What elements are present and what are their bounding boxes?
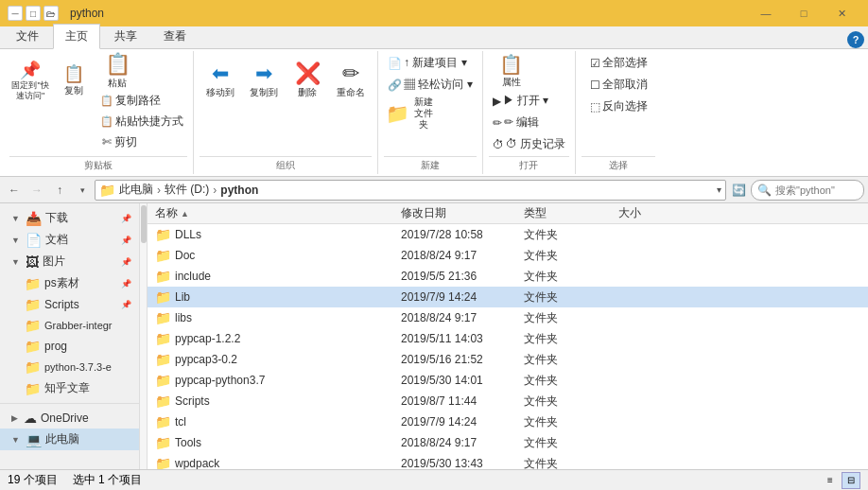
breadcrumb-3[interactable]: python	[220, 184, 258, 197]
sidebar-item-scripts[interactable]: 📁 Scripts 📌	[0, 294, 139, 315]
easy-access-button[interactable]: 🔗 ▦ 轻松访问 ▾	[384, 75, 477, 95]
file-date: 2019/5/11 14:03	[401, 332, 524, 345]
up-button[interactable]: ↑	[49, 180, 70, 201]
sidebar-item-docs[interactable]: ▼ 📄 文档 📌	[0, 229, 139, 251]
search-input[interactable]	[775, 184, 851, 196]
sidebar-label-prog: prog	[44, 340, 67, 353]
col-type[interactable]: 类型	[524, 205, 618, 221]
history-button[interactable]: ⏱ ⏱ 历史记录	[489, 134, 569, 154]
invert-select-button[interactable]: ⬚ 反向选择	[586, 96, 651, 116]
sidebar-item-this-pc[interactable]: ▼ 💻 此电脑	[0, 429, 139, 450]
props-icon: 📋	[499, 53, 523, 76]
address-bar[interactable]: 📁 此电脑 › 软件 (D:) › python ▾	[95, 180, 726, 201]
new-folder-label: 新建 文件夹	[413, 96, 433, 131]
sidebar-item-pics[interactable]: ▼ 🖼 图片 📌	[0, 251, 139, 272]
select-all-label: 全部选择	[602, 55, 648, 71]
forward-button[interactable]: →	[26, 180, 47, 201]
file-type: 文件夹	[524, 373, 618, 389]
new-item-button[interactable]: 📄 ↑ 新建项目 ▾	[384, 53, 471, 73]
history-label: ⏱ 历史记录	[506, 136, 565, 152]
recent-button[interactable]: ▾	[72, 180, 93, 201]
pin-button[interactable]: 📌 固定到"快 速访问"	[9, 53, 51, 108]
delete-button[interactable]: ❌ 删除	[286, 53, 328, 108]
file-list: 📁DLLs2019/7/28 10:58文件夹📁Doc2018/8/24 9:1…	[148, 224, 868, 469]
maximize-button[interactable]: □	[785, 0, 823, 26]
item-count: 19 个项目	[8, 472, 58, 488]
window-icon3[interactable]: 🗁	[43, 6, 59, 21]
main-area: ▼ 📥 下载 📌 ▼ 📄 文档 📌 ▼ 🖼 图片 📌 📁 ps素材 📌 📁 Sc…	[0, 203, 868, 469]
scrollbar-thumb[interactable]	[141, 205, 147, 243]
tab-share[interactable]: 共享	[102, 24, 149, 48]
col-date[interactable]: 修改日期	[401, 205, 524, 221]
list-view-button[interactable]: ≡	[821, 472, 840, 489]
zhihu-icon: 📁	[25, 381, 41, 396]
deselect-button[interactable]: ☐ 全部取消	[586, 75, 651, 95]
table-row[interactable]: 📁Tools2018/8/24 9:17文件夹	[148, 432, 868, 453]
easy-access-label: ▦ 轻松访问 ▾	[404, 77, 473, 93]
folder-icon: 📁	[155, 394, 171, 409]
title-bar-title: python	[70, 7, 104, 20]
table-row[interactable]: 📁tcl2019/7/9 14:24文件夹	[148, 411, 868, 432]
paste-button[interactable]: 📋 粘贴	[96, 53, 138, 89]
help-button[interactable]: ?	[847, 31, 864, 48]
move-button[interactable]: ⬅ 移动到	[200, 53, 241, 108]
rename-label: 重命名	[337, 86, 365, 99]
close-button[interactable]: ✕	[823, 0, 860, 26]
sidebar-item-python[interactable]: 📁 python-3.7.3-e	[0, 357, 139, 377]
open-content: 📋 属性 ▶ ▶ 打开 ▾ ✏ ✏ 编辑 ⏱ ⏱ 历史记录	[489, 53, 569, 154]
tab-file[interactable]: 文件	[4, 24, 51, 48]
window-icon2[interactable]: □	[26, 6, 41, 21]
copy-path-button[interactable]: 📋 复制路径	[96, 91, 187, 111]
back-button[interactable]: ←	[4, 180, 25, 201]
tab-home[interactable]: 主页	[53, 24, 100, 49]
window-icon[interactable]: ─	[8, 6, 23, 21]
file-type: 文件夹	[524, 289, 618, 306]
sidebar-item-onedrive[interactable]: ▶ ☁ OneDrive	[0, 408, 139, 429]
pics-icon: 🖼	[26, 254, 39, 270]
new-folder-button[interactable]: 📁 新建 文件夹	[384, 96, 435, 131]
paste-shortcut-button[interactable]: 📋 粘贴快捷方式	[96, 112, 187, 131]
open-button[interactable]: ▶ ▶ 打开 ▾	[489, 91, 553, 111]
tab-view[interactable]: 查看	[151, 24, 199, 48]
table-row[interactable]: 📁Lib2019/7/9 14:24文件夹	[148, 287, 868, 307]
table-row[interactable]: 📁Scripts2019/8/7 11:44文件夹	[148, 391, 868, 411]
sidebar-scrollbar[interactable]	[140, 203, 148, 469]
search-bar[interactable]: 🔍	[751, 180, 864, 201]
rename-button[interactable]: ✏ 重命名	[330, 53, 372, 108]
props-label: 属性	[502, 76, 521, 89]
table-row[interactable]: 📁pypcap3-0.22019/5/16 21:52文件夹	[148, 349, 868, 370]
edit-button[interactable]: ✏ ✏ 编辑	[489, 113, 543, 132]
table-row[interactable]: 📁pypcap-python3.72019/5/30 14:01文件夹	[148, 370, 868, 391]
col-name[interactable]: 名称 ▲	[155, 205, 401, 221]
sidebar-item-download[interactable]: ▼ 📥 下载 📌	[0, 207, 139, 229]
breadcrumb-2[interactable]: 软件 (D:)	[165, 182, 209, 198]
table-row[interactable]: 📁Doc2018/8/24 9:17文件夹	[148, 245, 868, 266]
copy2-icon: ➡	[255, 61, 272, 86]
col-size[interactable]: 大小	[618, 205, 694, 221]
table-row[interactable]: 📁include2019/5/5 21:36文件夹	[148, 266, 868, 287]
detail-view-button[interactable]: ⊟	[842, 472, 860, 489]
address-dropdown[interactable]: ▾	[717, 184, 721, 195]
props-button[interactable]: 📋 属性	[489, 53, 534, 89]
file-name: include	[175, 270, 211, 283]
breadcrumb-1[interactable]: 此电脑	[119, 182, 153, 198]
cut-button[interactable]: ✄ 剪切	[96, 132, 187, 152]
refresh-button[interactable]: 🔄	[728, 180, 749, 201]
delete-icon: ❌	[295, 61, 321, 86]
table-row[interactable]: 📁wpdpack2019/5/30 13:43文件夹	[148, 453, 868, 469]
sidebar-item-prog[interactable]: 📁 prog	[0, 336, 139, 357]
table-row[interactable]: 📁libs2018/8/24 9:17文件夹	[148, 307, 868, 328]
col-date-label: 修改日期	[401, 206, 446, 219]
sidebar-item-zhihu[interactable]: 📁 知乎文章	[0, 377, 139, 399]
easy-access-icon: 🔗	[388, 79, 402, 92]
sidebar-item-grabber[interactable]: 📁 Grabber-integr	[0, 315, 139, 336]
copy-button[interactable]: 📋 复制	[53, 53, 95, 108]
table-row[interactable]: 📁pypcap-1.2.22019/5/11 14:03文件夹	[148, 328, 868, 349]
sidebar-item-ps[interactable]: 📁 ps素材 📌	[0, 272, 139, 294]
minimize-button[interactable]: —	[747, 0, 785, 26]
file-date: 2019/5/16 21:52	[401, 353, 524, 366]
copy2-button[interactable]: ➡ 复制到	[243, 53, 285, 108]
select-all-button[interactable]: ☑ 全部选择	[586, 53, 651, 73]
folder-icon: 📁	[155, 248, 171, 263]
table-row[interactable]: 📁DLLs2019/7/28 10:58文件夹	[148, 224, 868, 245]
